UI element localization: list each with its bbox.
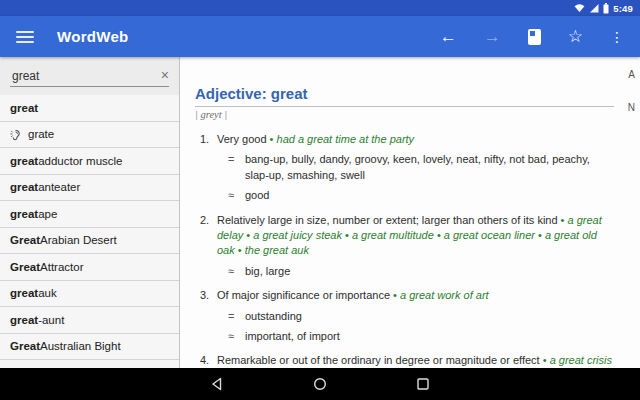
- sense: 2.Relatively large in size, number or ex…: [195, 213, 614, 280]
- list-item[interactable]: grate: [0, 122, 179, 149]
- app-bar: WordWeb ← → ☆ ⋮: [0, 16, 640, 57]
- status-time: 5:49: [613, 3, 633, 14]
- wifi-icon: [574, 3, 585, 13]
- jump-letter-noun[interactable]: N: [628, 102, 635, 113]
- list-item[interactable]: Great Arabian Desert: [0, 228, 179, 255]
- list-item[interactable]: great ape: [0, 201, 179, 228]
- list-item[interactable]: great: [0, 95, 179, 122]
- sense: 3.Of major significance or importance • …: [195, 288, 614, 344]
- sense: 4.Remarkable or out of the ordinary in d…: [195, 353, 614, 368]
- synonym-line: =bang-up, bully, dandy, groovy, keen, lo…: [227, 152, 614, 183]
- list-item[interactable]: great-aunt: [0, 307, 179, 334]
- search-row: ×: [0, 57, 179, 95]
- sound-icon: [10, 128, 23, 141]
- nav-home-icon[interactable]: [313, 377, 327, 391]
- signal-icon: [589, 3, 599, 13]
- list-item[interactable]: Great Attractor: [0, 254, 179, 281]
- pronunciation: | greyt |: [195, 109, 614, 120]
- word-list: great grategreat adductor musclegreat an…: [0, 95, 179, 368]
- search-input[interactable]: [10, 67, 169, 87]
- star-icon[interactable]: ☆: [568, 28, 583, 45]
- synonym-line: ≈good: [227, 188, 614, 203]
- list-item[interactable]: great anteater: [0, 175, 179, 202]
- sense: 1.Very good • had a great time at the pa…: [195, 132, 614, 204]
- android-nav-bar: [0, 368, 640, 400]
- sense-list: 1.Very good • had a great time at the pa…: [195, 132, 614, 368]
- synonym-line: ≈important, of import: [227, 329, 614, 344]
- nav-recents-icon[interactable]: [416, 377, 430, 391]
- menu-icon[interactable]: [16, 28, 34, 46]
- definition-pane: Adjective: great | greyt | 1.Very good •…: [180, 57, 640, 368]
- app-title: WordWeb: [57, 28, 129, 45]
- list-item[interactable]: great auk: [0, 281, 179, 308]
- battery-icon: [603, 3, 609, 14]
- status-bar: 5:49: [0, 0, 640, 16]
- list-item[interactable]: great barracuda: [0, 360, 179, 368]
- synonym-line: =outstanding: [227, 309, 614, 324]
- clear-icon[interactable]: ×: [161, 68, 169, 82]
- overflow-menu-icon[interactable]: ⋮: [610, 30, 624, 44]
- divider: [195, 106, 614, 107]
- list-item[interactable]: great adductor muscle: [0, 148, 179, 175]
- content-area: × great grategreat adductor musclegreat …: [0, 57, 640, 368]
- nav-back-icon[interactable]: [210, 377, 224, 391]
- book-icon[interactable]: [528, 29, 541, 45]
- sidebar: × great grategreat adductor musclegreat …: [0, 57, 180, 368]
- page-title: Adjective: great: [195, 85, 614, 102]
- jump-letter-adjective[interactable]: A: [628, 69, 635, 80]
- back-icon[interactable]: ←: [440, 28, 457, 45]
- forward-icon[interactable]: →: [484, 28, 501, 45]
- list-item[interactable]: Great Australian Bight: [0, 334, 179, 361]
- synonym-line: ≈big, large: [227, 264, 614, 279]
